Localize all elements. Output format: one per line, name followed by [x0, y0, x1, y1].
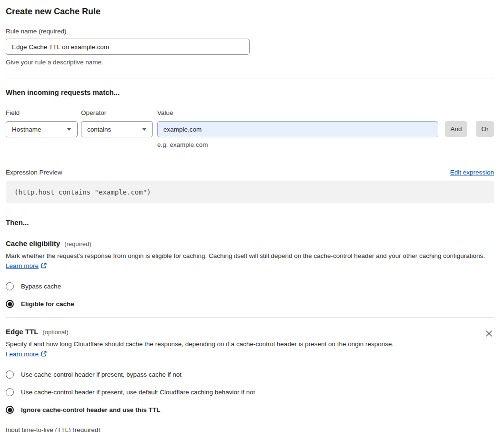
edge-ttl-description: Specify if and how long Cloudflare shoul… [6, 339, 407, 360]
edge-ttl-heading: Edge TTL [6, 328, 38, 336]
page-title: Create new Cache Rule [6, 7, 494, 17]
chevron-down-icon [67, 128, 71, 131]
cache-eligibility-description: Mark whether the request’s response from… [6, 251, 494, 272]
and-button[interactable]: And [445, 121, 467, 137]
radio-icon [6, 282, 14, 290]
expression-header: Expression Preview Edit expression [6, 169, 494, 176]
section-divider [6, 79, 494, 79]
radio-label: Use cache-control header if present, use… [21, 389, 255, 396]
value-help: e.g. example.com [157, 141, 438, 148]
cache-eligibility-learn-more-link[interactable]: Learn more [6, 262, 39, 269]
close-edge-ttl-button[interactable] [484, 329, 494, 339]
operator-label: Operator [81, 109, 153, 116]
operator-select[interactable]: contains [81, 121, 153, 137]
external-link-icon [40, 350, 47, 360]
radio-icon [6, 370, 14, 379]
section-divider [6, 317, 494, 318]
radio-ignore-header-use-ttl[interactable]: Ignore cache-control header and use this… [6, 406, 494, 414]
value-label: Value [157, 109, 438, 116]
chevron-down-icon [142, 128, 147, 131]
rule-name-section: Rule name (required) Give your rule a de… [6, 28, 494, 66]
radio-bypass-cache[interactable]: Bypass cache [6, 282, 494, 290]
then-heading: Then... [6, 218, 494, 226]
radio-eligible-for-cache[interactable]: Eligible for cache [6, 300, 494, 308]
rule-name-help: Give your rule a descriptive name. [6, 59, 494, 66]
cache-eligibility-section: Cache eligibility (required) Mark whethe… [6, 239, 494, 308]
edit-expression-link[interactable]: Edit expression [450, 169, 494, 176]
cache-eligibility-qualifier: (required) [64, 240, 91, 247]
radio-selected-icon [6, 406, 14, 414]
edge-ttl-qualifier: (optional) [42, 329, 68, 336]
radio-label: Use cache-control header if present, byp… [21, 371, 181, 378]
field-label: Field [6, 109, 78, 116]
cache-eligibility-heading: Cache eligibility [6, 239, 60, 247]
rule-name-input[interactable] [6, 39, 250, 55]
match-heading: When incoming requests match... [6, 88, 494, 96]
radio-use-header-default[interactable]: Use cache-control header if present, use… [6, 388, 494, 396]
operator-select-value: contains [87, 126, 111, 133]
radio-use-header-bypass[interactable]: Use cache-control header if present, byp… [6, 370, 494, 379]
edge-ttl-section-header: Edge TTL (optional) Specify if and how l… [6, 328, 494, 360]
field-select-value: Hostname [12, 126, 41, 133]
expression-preview-label: Expression Preview [6, 169, 62, 176]
match-controls-row: Hostname contains e.g. example.com And O… [6, 121, 494, 148]
radio-label: Bypass cache [21, 283, 61, 290]
close-icon [485, 332, 493, 339]
field-select[interactable]: Hostname [6, 121, 78, 137]
ttl-input-section: Input time-to-live (TTL) (required) 1 da… [6, 426, 494, 432]
create-cache-rule-page: Create new Cache Rule Rule name (require… [0, 0, 504, 432]
radio-label: Eligible for cache [21, 300, 74, 308]
expression-code: (http.host contains "example.com") [6, 181, 494, 203]
edge-ttl-learn-more-link[interactable]: Learn more [6, 350, 39, 358]
or-button[interactable]: Or [476, 121, 494, 137]
rule-name-label: Rule name (required) [6, 28, 494, 35]
match-labels-row: Field Operator Value [6, 109, 494, 121]
ttl-label: Input time-to-live (TTL) (required) [6, 426, 494, 432]
radio-label: Ignore cache-control header and use this… [21, 406, 161, 413]
value-input[interactable] [157, 121, 438, 137]
radio-selected-icon [6, 300, 14, 308]
radio-icon [6, 388, 14, 396]
external-link-icon [40, 262, 47, 272]
